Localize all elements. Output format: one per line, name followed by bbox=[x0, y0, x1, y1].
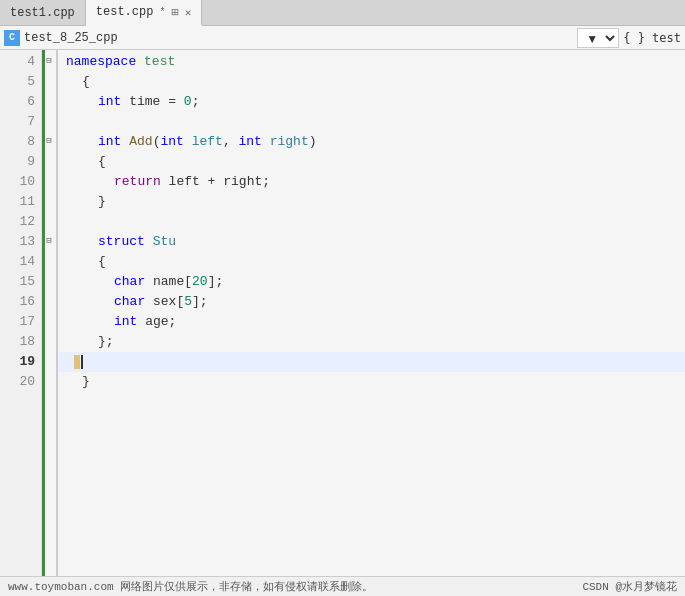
yellow-marker bbox=[74, 355, 80, 369]
code-line-7 bbox=[58, 112, 685, 132]
code-line-5: { bbox=[58, 72, 685, 92]
code-line-17: int age; bbox=[58, 312, 685, 332]
line-num-19: 19 bbox=[0, 352, 41, 372]
num-5: 5 bbox=[184, 292, 192, 312]
collapse-btn-13[interactable]: ⊟ bbox=[46, 235, 51, 246]
file-type-icon: C bbox=[4, 30, 20, 46]
kw-struct: struct bbox=[98, 232, 145, 252]
line-num-11: 11 bbox=[0, 192, 41, 212]
line-num-7: 7 bbox=[0, 112, 41, 132]
line-num-17: 17 bbox=[0, 312, 41, 332]
kw-char-1: char bbox=[114, 272, 145, 292]
tab-modified-icon: * bbox=[159, 7, 165, 18]
text-cursor bbox=[81, 355, 83, 369]
tab-bar: test1.cpp test.cpp * ⊞ ✕ bbox=[0, 0, 685, 26]
kw-int-5: int bbox=[114, 312, 137, 332]
line-num-10: 10 bbox=[0, 172, 41, 192]
code-line-13: struct Stu bbox=[58, 232, 685, 252]
line-num-9: 9 bbox=[0, 152, 41, 172]
breadcrumb-dropdown[interactable]: ▼ bbox=[577, 28, 619, 48]
line-numbers: 4 5 6 7 8 9 10 11 12 13 14 15 16 17 18 1… bbox=[0, 50, 42, 576]
line-num-4: 4 bbox=[0, 52, 41, 72]
code-line-14: { bbox=[58, 252, 685, 272]
code-line-10: return left + right; bbox=[58, 172, 685, 192]
ns-test-name: test bbox=[144, 52, 175, 72]
kw-char-2: char bbox=[114, 292, 145, 312]
breadcrumb-context: { } test bbox=[623, 31, 681, 45]
credit-text: CSDN @水月梦镜花 bbox=[582, 579, 685, 594]
collapse-btn-8[interactable]: ⊟ bbox=[46, 135, 51, 146]
num-0: 0 bbox=[184, 92, 192, 112]
num-20: 20 bbox=[192, 272, 208, 292]
line-num-13: 13 bbox=[0, 232, 41, 252]
tab-pin-icon: ⊞ bbox=[171, 5, 178, 20]
code-line-15: char name[ 20 ]; bbox=[58, 272, 685, 292]
line-num-16: 16 bbox=[0, 292, 41, 312]
tab-close-icon[interactable]: ✕ bbox=[185, 6, 192, 19]
line-num-12: 12 bbox=[0, 212, 41, 232]
line-num-15: 15 bbox=[0, 272, 41, 292]
code-line-19 bbox=[58, 352, 685, 372]
tab-label: test1.cpp bbox=[10, 6, 75, 20]
code-line-8: int Add ( int left , int right ) bbox=[58, 132, 685, 152]
breadcrumb-path: test_8_25_cpp bbox=[24, 31, 573, 45]
collapse-btn-4[interactable]: ⊟ bbox=[46, 55, 51, 66]
tab-test-cpp[interactable]: test.cpp * ⊞ ✕ bbox=[86, 0, 202, 26]
code-line-18: }; bbox=[58, 332, 685, 352]
kw-int-4: int bbox=[238, 132, 261, 152]
green-bar bbox=[42, 50, 45, 576]
kw-int-3: int bbox=[160, 132, 183, 152]
line-num-20: 20 bbox=[0, 372, 41, 392]
code-line-6: int time = 0 ; bbox=[58, 92, 685, 112]
code-line-20: } bbox=[58, 372, 685, 392]
param-left: left bbox=[192, 132, 223, 152]
line-num-5: 5 bbox=[0, 72, 41, 92]
line-num-18: 18 bbox=[0, 332, 41, 352]
kw-int-1: int bbox=[98, 92, 121, 112]
tab-test1-cpp[interactable]: test1.cpp bbox=[0, 0, 86, 25]
code-line-11: } bbox=[58, 192, 685, 212]
fn-add: Add bbox=[129, 132, 152, 152]
tab-label-active: test.cpp bbox=[96, 5, 154, 19]
code-line-16: char sex[ 5 ]; bbox=[58, 292, 685, 312]
param-right: right bbox=[270, 132, 309, 152]
editor-area: 4 5 6 7 8 9 10 11 12 13 14 15 16 17 18 1… bbox=[0, 50, 685, 576]
code-line-4: namespace test bbox=[58, 52, 685, 72]
kw-return: return bbox=[114, 172, 161, 192]
code-line-12 bbox=[58, 212, 685, 232]
line-num-6: 6 bbox=[0, 92, 41, 112]
code-content[interactable]: namespace test { int time = 0 ; int Add … bbox=[58, 50, 685, 576]
kw-namespace: namespace bbox=[66, 52, 136, 72]
line-num-14: 14 bbox=[0, 252, 41, 272]
kw-int-2: int bbox=[98, 132, 121, 152]
line-num-8: 8 bbox=[0, 132, 41, 152]
gutter: ⊟ ⊟ ⊟ bbox=[42, 50, 58, 576]
code-line-9: { bbox=[58, 152, 685, 172]
bottom-bar: www.toymoban.com 网络图片仅供展示，非存储，如有侵权请联系删除。… bbox=[0, 576, 685, 596]
breadcrumb-bar: C test_8_25_cpp ▼ { } test bbox=[0, 26, 685, 50]
watermark-text: www.toymoban.com 网络图片仅供展示，非存储，如有侵权请联系删除。 bbox=[0, 579, 582, 594]
struct-stu-name: Stu bbox=[153, 232, 176, 252]
